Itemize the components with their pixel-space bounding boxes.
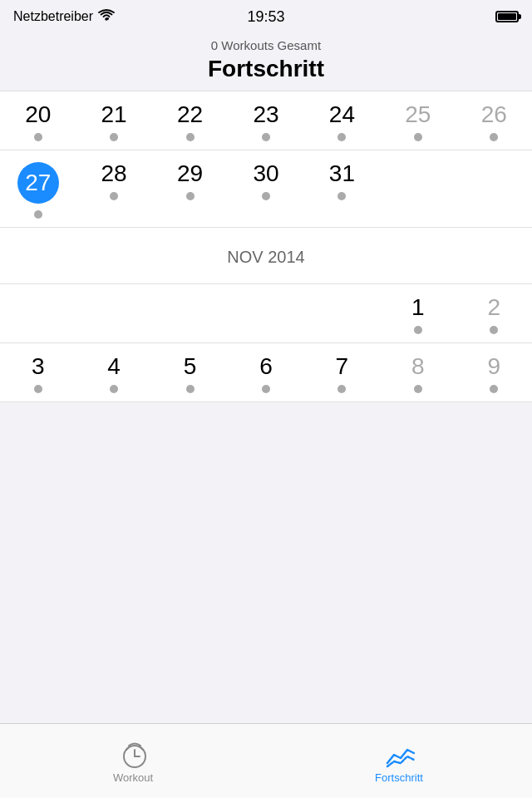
day-empty: [380, 150, 456, 227]
tab-fortschritt[interactable]: Fortschritt: [266, 738, 532, 784]
month-label: NOV 2014: [0, 228, 532, 283]
day-dot: [414, 326, 422, 334]
calendar-day-23[interactable]: 23: [228, 91, 303, 150]
day-dot: [337, 192, 346, 200]
day-empty: [456, 150, 532, 227]
day-number: 8: [411, 355, 425, 378]
day-number: 4: [107, 355, 121, 378]
day-dot: [262, 192, 270, 200]
calendar-day-24[interactable]: 24: [304, 91, 380, 150]
day-dot: [110, 192, 118, 200]
day-dot: [490, 133, 498, 141]
calendar-week-1: 20 21 22 23 24 25 26: [0, 91, 532, 150]
day-number: 23: [253, 103, 278, 126]
header: 0 Workouts Gesamt Fortschritt: [0, 33, 532, 91]
calendar-day-20[interactable]: 20: [0, 91, 76, 150]
day-dot: [337, 133, 346, 141]
calendar-day-nov-1[interactable]: 1: [380, 284, 456, 342]
day-empty: [152, 284, 228, 342]
tab-fortschritt-label: Fortschritt: [375, 771, 423, 784]
tab-bar: Workout Fortschritt: [0, 723, 532, 798]
battery-icon: [495, 11, 519, 22]
day-number: 22: [177, 103, 203, 126]
day-number: 3: [32, 355, 45, 378]
day-number: 20: [25, 103, 51, 126]
day-number: 6: [259, 355, 273, 378]
tab-workout[interactable]: Workout: [0, 738, 266, 784]
carrier-label: Netzbetreiber: [13, 9, 93, 24]
day-dot: [186, 192, 195, 200]
day-dot: [34, 133, 42, 141]
calendar-week-nov2: 3 4 5 6 7 8 9: [0, 343, 532, 402]
day-number: 5: [184, 355, 197, 378]
calendar-day-nov-3[interactable]: 3: [0, 343, 76, 401]
day-number: 26: [481, 103, 507, 126]
calendar-day-21[interactable]: 21: [76, 91, 151, 150]
workouts-count: 0 Workouts Gesamt: [0, 38, 532, 52]
header-title: Fortschritt: [0, 56, 532, 82]
calendar-day-26[interactable]: 26: [456, 91, 532, 150]
day-dot: [186, 133, 195, 141]
calendar-day-29[interactable]: 29: [152, 150, 228, 227]
day-dot: [337, 385, 346, 393]
calendar-day-nov-2[interactable]: 2: [456, 284, 532, 342]
day-number: 24: [329, 103, 355, 126]
calendar-day-31[interactable]: 31: [304, 150, 380, 227]
day-number: 9: [487, 355, 500, 378]
calendar-day-nov-7[interactable]: 7: [304, 343, 380, 401]
day-number: 25: [405, 103, 431, 126]
calendar-day-30[interactable]: 30: [228, 150, 303, 227]
day-number: 27: [25, 171, 51, 195]
calendar-week-nov1: 1 2: [0, 283, 532, 343]
chart-line-icon: [384, 738, 414, 768]
day-number: 30: [253, 162, 278, 185]
calendar-day-27[interactable]: 27: [0, 150, 76, 227]
day-dot: [262, 133, 270, 141]
day-number: 1: [411, 296, 425, 319]
day-number: 7: [336, 355, 349, 378]
calendar-day-28[interactable]: 28: [76, 150, 151, 227]
svg-point-0: [105, 17, 108, 21]
svg-line-5: [140, 746, 143, 750]
day-number: 31: [329, 162, 355, 185]
day-empty: [228, 284, 303, 342]
calendar-day-25[interactable]: 25: [380, 91, 456, 150]
wifi-icon: [98, 9, 115, 24]
alarm-clock-icon: [118, 738, 148, 768]
calendar-day-nov-6[interactable]: 6: [228, 343, 303, 401]
calendar: 20 21 22 23 24 25 26: [0, 91, 532, 402]
day-dot: [34, 210, 42, 219]
day-dot: [34, 385, 42, 393]
calendar-week-2: 27 28 29 30 31: [0, 150, 532, 228]
day-dot: [262, 385, 270, 393]
calendar-day-nov-4[interactable]: 4: [76, 343, 151, 401]
day-dot: [414, 385, 422, 393]
day-empty: [304, 284, 380, 342]
status-bar: Netzbetreiber 19:53: [0, 0, 532, 33]
day-number: 28: [101, 162, 127, 185]
day-dot: [414, 133, 422, 141]
day-empty: [0, 284, 76, 342]
day-dot: [110, 133, 118, 141]
calendar-day-22[interactable]: 22: [152, 91, 228, 150]
day-dot: [490, 326, 498, 334]
calendar-day-nov-9[interactable]: 9: [456, 343, 532, 401]
day-dot: [490, 385, 498, 393]
svg-line-4: [126, 746, 130, 750]
day-number: 21: [101, 103, 127, 126]
calendar-day-nov-5[interactable]: 5: [152, 343, 228, 401]
tab-workout-label: Workout: [113, 771, 153, 784]
status-time: 19:53: [247, 8, 284, 26]
day-number: 29: [177, 162, 203, 185]
day-dot: [186, 385, 195, 393]
calendar-day-nov-8[interactable]: 8: [380, 343, 456, 401]
day-empty: [76, 284, 151, 342]
day-number: 2: [487, 296, 500, 319]
day-dot: [110, 385, 118, 393]
